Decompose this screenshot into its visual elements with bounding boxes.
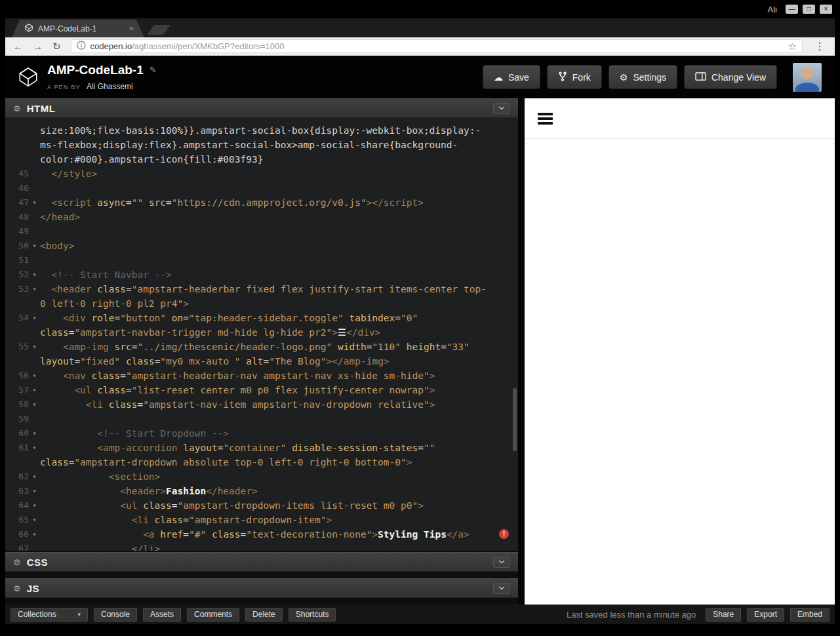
fold-arrow-icon[interactable]: ▾ (29, 397, 40, 412)
fold-arrow-icon[interactable]: ▾ (29, 498, 40, 513)
fold-arrow-icon[interactable]: ▾ (29, 195, 40, 210)
js-collapse-button[interactable] (493, 583, 510, 594)
code-line[interactable]: 63▾ <header>Fashion</header> (5, 484, 518, 498)
back-button[interactable]: ← (13, 41, 23, 51)
css-panel-title: CSS (27, 557, 48, 568)
html-code-editor[interactable]: size:100%;flex-basis:100%}}.ampstart-soc… (5, 118, 518, 551)
fold-arrow-icon[interactable]: ▾ (29, 368, 40, 383)
line-number: 57 (5, 383, 29, 397)
html-panel-title: HTML (27, 103, 56, 114)
shortcuts-button[interactable]: Shortcuts (289, 608, 336, 622)
fold-arrow-icon[interactable]: ▾ (29, 311, 40, 325)
browser-tab[interactable]: AMP-CodeLab-1 × (12, 20, 144, 37)
author-link[interactable]: Ali Ghassemi (87, 82, 133, 91)
fold-arrow-icon[interactable]: ▾ (29, 383, 40, 397)
code-line[interactable]: 60▾ <!-- Start Dropdown --> (5, 426, 518, 441)
code-line[interactable]: 58▾ <li class="ampstart-nav-item ampstar… (5, 397, 518, 412)
fold-gutter (29, 210, 40, 224)
code-line[interactable]: 66▾ <a href="#" class="text-decoration-n… (5, 527, 518, 542)
css-collapse-button[interactable] (493, 557, 510, 568)
save-button[interactable]: ☁ Save (483, 65, 540, 89)
code-line[interactable]: 64▾ <ul class="ampstart-dropdown-items l… (5, 498, 518, 513)
user-avatar[interactable] (793, 63, 822, 92)
code-line[interactable]: 55▾ <amp-img src="../img/thescenic/heade… (5, 340, 518, 354)
split-divider[interactable] (518, 98, 525, 605)
forward-button[interactable]: → (33, 41, 43, 51)
html-collapse-button[interactable] (493, 103, 510, 114)
embed-button[interactable]: Embed (790, 608, 830, 622)
delete-button[interactable]: Delete (245, 608, 283, 622)
reload-button[interactable]: ↻ (52, 41, 61, 51)
change-view-button[interactable]: Change View (684, 65, 777, 89)
code-line[interactable]: color:#000}.ampstart-icon{fill:#003f93} (5, 152, 518, 167)
fold-arrow-icon[interactable]: ▾ (29, 268, 40, 282)
avatar-face (801, 68, 813, 79)
assets-button[interactable]: Assets (143, 608, 181, 622)
console-button[interactable]: Console (94, 608, 137, 622)
code-line[interactable]: 65▾ <li class="ampstart-dropdown-item"> (5, 513, 518, 527)
url-field[interactable]: codepen.io/aghassemi/pen/XMKbGP?editors=… (71, 39, 803, 53)
code-text: ms-flexbox;display:flex}.ampstart-social… (40, 138, 518, 152)
new-tab-button[interactable] (147, 25, 170, 35)
codepen-logo-icon[interactable] (18, 67, 38, 87)
fold-arrow-icon[interactable]: ▾ (29, 484, 40, 498)
bookmark-star-icon[interactable]: ☆ (788, 41, 797, 52)
code-line[interactable]: 52▾ <!-- Start Navbar --> (5, 268, 518, 282)
html-panel-header: ⚙ HTML (5, 98, 518, 118)
code-line[interactable]: 59 (5, 412, 518, 426)
code-line[interactable]: 57▾ <ul class="list-reset center m0 p0 f… (5, 383, 518, 397)
code-line[interactable]: 50▾<body> (5, 239, 518, 253)
fold-gutter (29, 354, 40, 368)
lint-error-icon[interactable]: ! (499, 529, 509, 539)
page-info-icon[interactable] (77, 41, 86, 52)
hamburger-menu-icon[interactable] (538, 113, 553, 125)
tab-close-icon[interactable]: × (129, 24, 134, 33)
code-line[interactable]: class="ampstart-navbar-trigger md-hide l… (5, 325, 518, 340)
browser-menu-icon[interactable]: ⋮ (812, 40, 827, 52)
css-settings-gear-icon[interactable]: ⚙ (13, 558, 21, 566)
code-line[interactable]: 46 (5, 181, 518, 195)
code-line[interactable]: 62▾ <section> (5, 469, 518, 484)
fold-arrow-icon[interactable]: ▾ (29, 513, 40, 527)
fork-button[interactable]: Fork (547, 65, 602, 89)
html-settings-gear-icon[interactable]: ⚙ (13, 104, 21, 113)
code-line[interactable]: 56▾ <nav class="ampstart-headerbar-nav a… (5, 368, 518, 383)
window-minimize-button[interactable]: — (786, 5, 798, 14)
code-line[interactable]: size:100%;flex-basis:100%}}.ampstart-soc… (5, 123, 518, 138)
code-line[interactable]: 47▾ <script async="" src="https://cdn.am… (5, 195, 518, 210)
fork-button-label: Fork (572, 72, 591, 83)
fold-arrow-icon[interactable]: ▾ (29, 282, 40, 296)
edit-title-pencil-icon[interactable]: ✎ (150, 65, 157, 75)
code-text (40, 224, 518, 239)
code-line[interactable]: ms-flexbox;display:flex}.ampstart-social… (5, 138, 518, 152)
fold-arrow-icon[interactable]: ▾ (29, 426, 40, 441)
fold-arrow-icon[interactable]: ▾ (29, 469, 40, 484)
fold-arrow-icon[interactable]: ▾ (29, 527, 40, 542)
window-maximize-button[interactable]: □ (803, 5, 815, 14)
code-line[interactable]: layout="fixed" class="my0 mx-auto " alt=… (5, 354, 518, 368)
window-close-button[interactable]: × (820, 5, 832, 14)
comments-button[interactable]: Comments (187, 608, 239, 622)
code-line[interactable]: 0 left-0 right-0 pl2 pr4"> (5, 296, 518, 311)
code-line[interactable]: 53▾ <header class="ampstart-headerbar fi… (5, 282, 518, 296)
js-settings-gear-icon[interactable]: ⚙ (13, 584, 21, 593)
export-button[interactable]: Export (747, 608, 784, 622)
fold-arrow-icon[interactable]: ▾ (29, 340, 40, 354)
code-line[interactable]: 49 (5, 224, 518, 239)
code-line[interactable]: 61▾ <amp-accordion layout="container" di… (5, 441, 518, 455)
fold-arrow-icon[interactable]: ▾ (29, 441, 40, 455)
code-line[interactable]: 51 (5, 253, 518, 268)
pen-header: AMP-CodeLab-1 ✎ A PEN BY Ali Ghassemi ☁ … (5, 56, 835, 98)
settings-button[interactable]: ⚙ Settings (609, 65, 677, 89)
share-button[interactable]: Share (706, 608, 741, 622)
code-line[interactable]: 48</head> (5, 210, 518, 224)
code-line[interactable]: 54▾ <div role="button" on="tap:header-si… (5, 311, 518, 325)
code-text: <header class="ampstart-headerbar fixed … (40, 282, 518, 296)
code-line[interactable]: 67 </li> (5, 542, 518, 551)
code-line[interactable]: class="ampstart-dropdown absolute top-0 … (5, 455, 518, 469)
code-line[interactable]: 45 </style> (5, 167, 518, 181)
collections-dropdown[interactable]: Collections ▾ (10, 608, 88, 622)
editor-scrollbar-thumb[interactable] (513, 388, 517, 451)
fold-arrow-icon[interactable]: ▾ (29, 239, 40, 253)
line-number (5, 152, 29, 167)
